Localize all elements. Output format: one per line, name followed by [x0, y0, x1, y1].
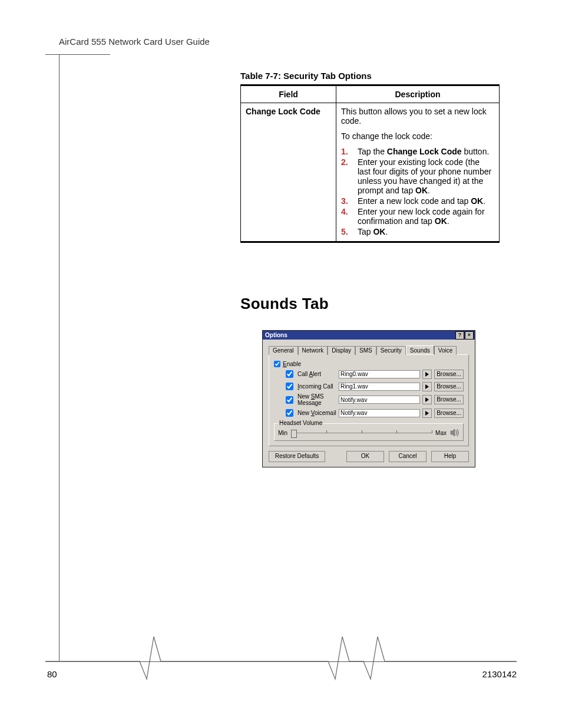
- new-sms-file-input[interactable]: [339, 396, 420, 404]
- slider-tick: [326, 430, 327, 433]
- step-item: 4. Enter your new lock code again for co…: [341, 207, 494, 226]
- row-label: Call Alert: [283, 368, 336, 380]
- step-pre: Enter your new lock code again for confi…: [358, 207, 485, 226]
- new-voicemail-label: New Voicemail: [297, 410, 336, 416]
- step-bold: OK: [373, 227, 385, 236]
- svg-marker-3: [425, 411, 429, 416]
- enable-checkbox-row: Enable: [274, 361, 464, 367]
- headset-volume-group: Headset Volume Min Max: [274, 423, 464, 441]
- content-area: Table 7-7: Security Tab Options Field De…: [240, 71, 500, 243]
- slider-tick: [362, 430, 362, 433]
- step-post: .: [483, 196, 485, 206]
- svg-marker-0: [425, 372, 429, 377]
- description-cell: This button allows you to set a new lock…: [336, 103, 500, 242]
- field-cell: Change Lock Code: [241, 103, 336, 242]
- lbl-pre: New: [297, 410, 311, 416]
- play-button[interactable]: [422, 370, 432, 379]
- lbl-pre: New: [297, 393, 311, 400]
- new-voicemail-checkbox[interactable]: [286, 409, 293, 417]
- step-number: 5.: [341, 227, 358, 236]
- tab-display[interactable]: Display: [328, 346, 355, 355]
- tab-sms[interactable]: SMS: [355, 346, 376, 355]
- tab-strip: General Network Display SMS Security Sou…: [269, 345, 469, 354]
- tab-security[interactable]: Security: [376, 346, 406, 355]
- volume-min-label: Min: [278, 430, 287, 436]
- step-text: Tap OK.: [358, 227, 494, 236]
- step-item: 3. Enter a new lock code and tap OK.: [341, 196, 494, 206]
- table-caption: Table 7-7: Security Tab Options: [240, 71, 500, 81]
- lead-text: To change the lock code:: [341, 131, 494, 141]
- step-pre: Enter a new lock code and tap: [358, 196, 471, 206]
- enable-label-rest: nable: [287, 361, 301, 367]
- dialog-button-row: Restore Defaults OK Cancel Help: [269, 451, 469, 462]
- spacer: [330, 451, 342, 462]
- dialog-title: Options: [264, 332, 455, 338]
- sound-row-new-sms: New SMS Message Browse...: [283, 393, 464, 406]
- step-bold: Change Lock Code: [387, 147, 462, 156]
- play-icon: [425, 411, 429, 416]
- steps-list: 1. Tap the Change Lock Code button. 2. E…: [341, 147, 494, 236]
- options-dialog: Options ? × General Network Display SMS …: [262, 330, 475, 467]
- lbl-pre: Call: [297, 371, 309, 377]
- step-item: 5. Tap OK.: [341, 227, 494, 236]
- help-button[interactable]: Help: [431, 451, 469, 462]
- volume-slider[interactable]: [291, 429, 432, 437]
- play-icon: [425, 372, 429, 377]
- enable-label-ul: E: [283, 361, 287, 367]
- new-sms-checkbox[interactable]: [286, 396, 293, 404]
- slider-tick: [432, 430, 432, 433]
- browse-button[interactable]: Browse...: [434, 395, 464, 404]
- running-head: AirCard 555 Network Card User Guide: [59, 37, 210, 47]
- play-button[interactable]: [422, 409, 432, 418]
- step-number: 3.: [341, 196, 358, 206]
- enable-label: Enable: [283, 361, 301, 367]
- enable-checkbox[interactable]: [274, 361, 280, 367]
- tab-sounds[interactable]: Sounds: [406, 345, 434, 354]
- step-text: Tap the Change Lock Code button.: [358, 147, 494, 156]
- row-label: Incoming Call: [283, 381, 336, 392]
- ok-button[interactable]: OK: [346, 451, 384, 462]
- browse-button[interactable]: Browse...: [434, 382, 464, 391]
- step-post: .: [428, 186, 430, 195]
- tab-general[interactable]: General: [269, 346, 298, 355]
- restore-defaults-button[interactable]: Restore Defaults: [269, 451, 325, 462]
- incoming-call-file-input[interactable]: [339, 383, 420, 391]
- volume-slider-row: Min Max: [278, 429, 459, 437]
- call-alert-file-input[interactable]: [339, 370, 420, 378]
- new-sms-label: New SMS Message: [297, 393, 336, 406]
- document-number: 2130142: [482, 669, 517, 679]
- play-button[interactable]: [422, 395, 432, 404]
- slider-thumb[interactable]: [291, 430, 297, 438]
- col-field: Field: [241, 85, 336, 103]
- step-bold: OK: [435, 216, 447, 226]
- title-bar[interactable]: Options ? ×: [263, 331, 475, 340]
- tab-voice[interactable]: Voice: [434, 346, 457, 355]
- cancel-button[interactable]: Cancel: [389, 451, 427, 462]
- footer-rule: [45, 661, 517, 662]
- slider-tick: [396, 430, 397, 433]
- incoming-call-checkbox[interactable]: [286, 383, 293, 390]
- play-icon: [425, 397, 429, 402]
- incoming-call-label: Incoming Call: [297, 383, 333, 390]
- tab-panel-sounds: Enable Call Alert Browse...: [269, 354, 469, 446]
- browse-button[interactable]: Browse...: [434, 370, 464, 379]
- lbl-post: ncoming Call: [299, 383, 333, 390]
- browse-button[interactable]: Browse...: [434, 409, 464, 418]
- group-legend: Headset Volume: [278, 420, 323, 426]
- help-button[interactable]: ?: [455, 331, 464, 340]
- call-alert-label: Call Alert: [297, 371, 321, 377]
- page-number: 80: [47, 669, 57, 679]
- step-text: Enter your new lock code again for confi…: [358, 207, 494, 226]
- step-bold: OK: [415, 186, 428, 195]
- sound-row-call-alert: Call Alert Browse...: [283, 368, 464, 380]
- play-button[interactable]: [422, 382, 432, 391]
- table-header-row: Field Description: [241, 85, 500, 103]
- close-button[interactable]: ×: [465, 331, 474, 340]
- tab-network[interactable]: Network: [298, 346, 328, 355]
- step-pre: Tap the: [358, 147, 387, 156]
- security-options-table: Field Description Change Lock Code This …: [240, 84, 500, 243]
- new-voicemail-file-input[interactable]: [339, 409, 420, 417]
- intro-text: This button allows you to set a new lock…: [341, 107, 494, 126]
- table-row: Change Lock Code This button allows you …: [241, 103, 500, 242]
- call-alert-checkbox[interactable]: [286, 370, 293, 378]
